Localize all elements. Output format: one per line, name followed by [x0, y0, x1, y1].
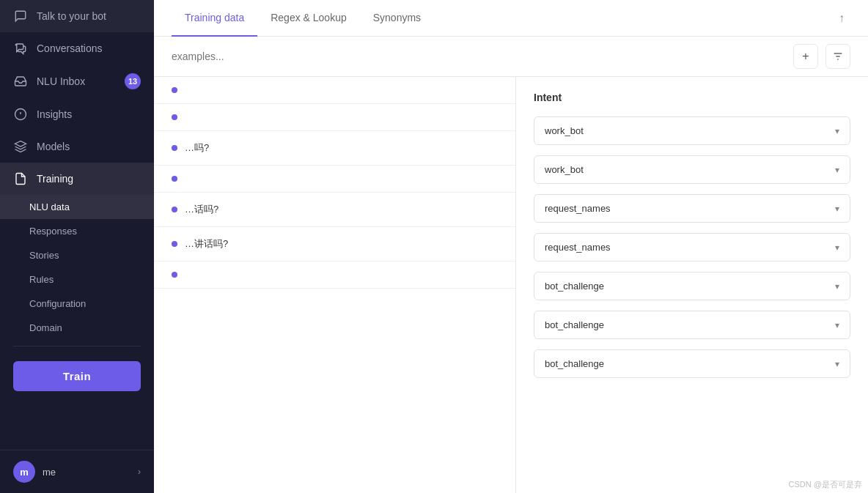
search-input[interactable] [172, 51, 786, 62]
intent-panel-title: Intent [534, 92, 850, 103]
list-item[interactable] [154, 262, 515, 289]
intent-value-6: bot_challenge [545, 319, 604, 330]
sidebar-sub-configuration[interactable]: Configuration [0, 292, 154, 316]
sidebar-label-training: Training [37, 173, 141, 185]
chevron-down-icon: ▾ [835, 359, 839, 369]
main-content: Training data Regex & Lookup Synonyms ↑ … [154, 0, 868, 493]
inbox-icon [13, 74, 28, 89]
tab-synonyms[interactable]: Synonyms [360, 0, 434, 37]
chevron-down-icon: ▾ [835, 242, 839, 253]
intent-value-4: request_names [545, 242, 611, 253]
sidebar-item-training[interactable]: Training [0, 163, 154, 195]
sidebar-sub-domain[interactable]: Domain [0, 316, 154, 340]
intent-dropdown-7[interactable]: bot_challenge ▾ [534, 349, 850, 378]
sidebar-item-insights[interactable]: Insights [0, 98, 154, 130]
tabs-bar: Training data Regex & Lookup Synonyms ↑ [154, 0, 868, 37]
sidebar-item-conversations[interactable]: Conversations [0, 32, 154, 64]
intent-dropdown-6[interactable]: bot_challenge ▾ [534, 311, 850, 339]
dot-icon [172, 241, 177, 247]
talk-icon [13, 9, 28, 23]
intent-dropdown-1[interactable]: work_bot ▾ [534, 116, 850, 145]
intent-value-5: bot_challenge [545, 281, 604, 292]
train-button[interactable]: Train [13, 361, 141, 391]
chevron-down-icon: ▾ [835, 320, 839, 330]
example-text: …话吗? [185, 203, 498, 216]
sidebar-label-nlu-inbox: NLU Inbox [37, 75, 116, 87]
list-item[interactable]: …吗? [154, 131, 515, 166]
example-text: …吗? [185, 141, 498, 155]
intent-dropdown-5[interactable]: bot_challenge ▾ [534, 272, 850, 300]
watermark: CSDN @是否可是弃 [789, 479, 862, 490]
sidebar-item-models[interactable]: Models [0, 130, 154, 163]
intent-value-7: bot_challenge [545, 358, 604, 369]
dot-icon [172, 145, 177, 151]
sidebar: Talk to your bot Conversations NLU Inbox… [0, 0, 154, 493]
models-icon [13, 139, 28, 154]
sidebar-label-conversations: Conversations [37, 42, 141, 54]
dot-icon [172, 87, 177, 93]
toolbar: + [154, 37, 868, 77]
sidebar-label-talk-to-bot: Talk to your bot [37, 10, 141, 22]
list-item[interactable]: …讲话吗? [154, 227, 515, 262]
sidebar-sub-stories[interactable]: Stories [0, 243, 154, 267]
filter-button[interactable] [825, 44, 850, 69]
intent-dropdown-2[interactable]: work_bot ▾ [534, 155, 850, 184]
sidebar-sub-nlu-data[interactable]: NLU data [0, 195, 154, 219]
add-button[interactable]: + [793, 44, 818, 69]
content-area: …吗? …话吗? …讲话吗? Intent work_bo [154, 77, 868, 493]
sidebar-sub-responses[interactable]: Responses [0, 219, 154, 243]
chevron-down-icon: ▾ [835, 165, 839, 175]
avatar: m [13, 461, 35, 483]
list-item[interactable] [154, 166, 515, 193]
intent-dropdown-3[interactable]: request_names ▾ [534, 194, 850, 223]
chevron-down-icon: ▾ [835, 204, 839, 214]
intent-value-1: work_bot [545, 125, 584, 136]
footer-expand-icon: › [138, 467, 141, 477]
intent-value-3: request_names [545, 203, 611, 214]
conversations-icon [13, 41, 28, 56]
nlu-inbox-badge: 13 [125, 73, 141, 89]
intent-value-2: work_bot [545, 164, 584, 175]
dot-icon [172, 176, 177, 182]
example-text: …讲话吗? [185, 237, 498, 251]
insights-icon [13, 107, 28, 122]
sidebar-label-insights: Insights [37, 108, 141, 120]
tab-training-data[interactable]: Training data [172, 0, 257, 37]
footer-username: me [43, 467, 130, 478]
intent-dropdown-4[interactable]: request_names ▾ [534, 233, 850, 262]
list-item[interactable]: …话吗? [154, 193, 515, 227]
dot-icon [172, 207, 177, 212]
dot-icon [172, 114, 177, 120]
sidebar-footer[interactable]: m me › [0, 450, 154, 493]
dot-icon [172, 272, 177, 278]
examples-list: …吗? …话吗? …讲话吗? [154, 77, 516, 493]
sidebar-label-models: Models [37, 141, 141, 152]
sidebar-item-nlu-inbox[interactable]: NLU Inbox 13 [0, 64, 154, 98]
intent-panel: Intent work_bot ▾ work_bot ▾ request_nam… [516, 77, 868, 493]
sidebar-divider [13, 346, 141, 346]
list-item[interactable] [154, 104, 515, 131]
collapse-icon[interactable]: ↑ [833, 6, 850, 31]
training-icon [13, 171, 28, 186]
svg-marker-3 [15, 141, 26, 147]
sidebar-item-talk-to-bot[interactable]: Talk to your bot [0, 0, 154, 32]
list-item[interactable] [154, 77, 515, 104]
chevron-down-icon: ▾ [835, 281, 839, 292]
chevron-down-icon: ▾ [835, 126, 839, 136]
sidebar-sub-rules[interactable]: Rules [0, 267, 154, 292]
tab-regex-lookup[interactable]: Regex & Lookup [257, 0, 360, 37]
